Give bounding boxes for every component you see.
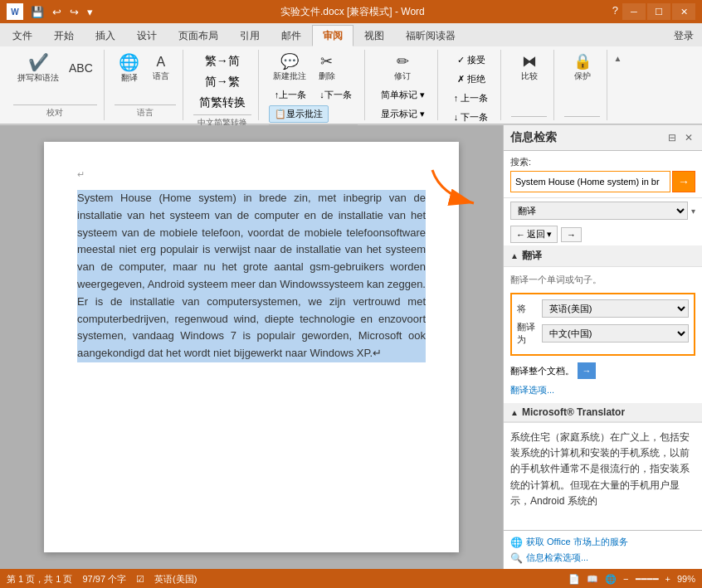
close-btn[interactable]: ✕ bbox=[672, 3, 695, 20]
simp-to-trad-btn[interactable]: 简→繁 bbox=[199, 72, 246, 92]
prev-change-btn[interactable]: ↑ 上一条 bbox=[448, 90, 495, 107]
quick-access-toolbar: 💾 ↩ ↪ ▾ bbox=[28, 5, 95, 19]
info-panel-header: 信息检索 ⊟ ✕ bbox=[504, 125, 702, 151]
prev-change-icon: ↑ 上一条 bbox=[454, 92, 489, 104]
compare-btn[interactable]: ⧓ 比较 bbox=[514, 51, 544, 85]
undo-btn[interactable]: ↩ bbox=[50, 5, 64, 19]
signin-button[interactable]: 登录 bbox=[665, 26, 702, 46]
delete-comment-btn[interactable]: ✂ 删除 bbox=[312, 51, 342, 85]
word-count-icon: ABC bbox=[69, 62, 93, 74]
page-status[interactable]: 第 1 页，共 1 页 bbox=[7, 573, 72, 586]
prev-comment-btn[interactable]: ↑上一条 bbox=[269, 86, 313, 104]
show-markup-btn[interactable]: 显示标记 ▾ bbox=[375, 105, 431, 123]
translate-doc-button[interactable]: → bbox=[578, 362, 596, 379]
status-right: 📄 📖 🌐 − ━━━━ + 99% bbox=[568, 574, 695, 585]
tab-mailings[interactable]: 邮件 bbox=[271, 25, 312, 46]
protect-btn[interactable]: 🔒 保护 bbox=[568, 51, 597, 85]
save-quick-btn[interactable]: 💾 bbox=[28, 5, 46, 19]
view-web-icon[interactable]: 🌐 bbox=[605, 574, 617, 585]
word-count-btn[interactable]: ABC bbox=[65, 60, 97, 78]
tab-foxit[interactable]: 福昕阅读器 bbox=[395, 25, 466, 46]
prev-icon: ↑上一条 bbox=[275, 89, 307, 101]
translate-doc-label: 翻译整个文档。 bbox=[510, 365, 574, 377]
document-area[interactable]: ↵ System House (Home system) in brede zi… bbox=[0, 125, 503, 569]
zoom-plus-btn[interactable]: + bbox=[665, 574, 670, 584]
language-btn[interactable]: A 语言 bbox=[146, 53, 176, 85]
forward-btn[interactable]: → bbox=[561, 227, 582, 242]
document-text[interactable]: System House (Home system) in brede zin,… bbox=[77, 190, 426, 362]
panel-resize-btn[interactable]: ⊟ bbox=[665, 131, 679, 144]
translate-btn[interactable]: 🌐 翻译 bbox=[115, 51, 144, 86]
help-btn[interactable]: ? bbox=[610, 3, 621, 20]
maximize-btn[interactable]: ☐ bbox=[647, 3, 670, 20]
from-language-select[interactable]: 英语(美国) 中文(中国) 日语 bbox=[542, 299, 689, 318]
accept-icon: ✓ 接受 bbox=[457, 54, 485, 66]
redo-btn[interactable]: ↪ bbox=[67, 5, 81, 19]
language-group: 🌐 翻译 A 语言 语言 bbox=[108, 50, 183, 120]
chinese-convert-group: 繁→简 简→繁 简繁转换 中文简繁转换 bbox=[187, 50, 259, 120]
from-lang-label: 将 bbox=[517, 303, 542, 315]
research-options-label: 信息检索选项... bbox=[526, 552, 588, 564]
reject-btn[interactable]: ✗ 拒绝 bbox=[451, 70, 491, 88]
track-changes-btn[interactable]: ✏ 修订 bbox=[388, 51, 417, 85]
search-section: 搜索: → bbox=[504, 151, 702, 198]
view-normal-icon[interactable]: 📄 bbox=[568, 574, 580, 585]
window-title: 实验文件.docx [兼容模式] - Word bbox=[95, 5, 610, 19]
get-office-services-link[interactable]: 🌐 获取 Office 市场上的服务 bbox=[510, 534, 695, 550]
show-comments-btn[interactable]: 📋显示批注 bbox=[269, 105, 329, 123]
minimize-btn[interactable]: ─ bbox=[622, 3, 646, 20]
research-options-link[interactable]: 🔍 信息检索选项... bbox=[510, 550, 695, 566]
ribbon-content: ✔️ 拼写和语法 ABC 校对 🌐 翻译 A 语言 bbox=[0, 46, 702, 124]
tab-home[interactable]: 开始 bbox=[43, 25, 85, 46]
to-language-select[interactable]: 中文(中国) 英语(美国) 日语 bbox=[542, 324, 689, 343]
simp-trad-icon: 简→繁 bbox=[205, 75, 240, 90]
cursor-marker: ↵ bbox=[77, 168, 85, 182]
trad-to-simp-btn[interactable]: 繁→简 bbox=[199, 51, 246, 71]
tab-file[interactable]: 文件 bbox=[2, 25, 43, 46]
translate-section-header[interactable]: ▲ 翻译 bbox=[504, 245, 702, 267]
next-change-btn[interactable]: ↓ 下一条 bbox=[448, 109, 495, 126]
translate-options-link[interactable]: 翻译选项... bbox=[510, 385, 554, 395]
zoom-slider[interactable]: ━━━━ bbox=[636, 574, 659, 585]
simple-markup-btn[interactable]: 简单标记 ▾ bbox=[375, 86, 431, 104]
new-comment-btn[interactable]: 💬 新建批注 bbox=[269, 51, 310, 85]
tab-insert[interactable]: 插入 bbox=[85, 25, 126, 46]
to-lang-label: 翻译为 bbox=[517, 321, 542, 346]
simp-trad-convert-btn[interactable]: 简繁转换 bbox=[193, 93, 251, 113]
tab-view[interactable]: 视图 bbox=[353, 25, 395, 46]
service-dropdown[interactable]: 翻译 同义词库 百度百科 bbox=[510, 202, 688, 220]
info-panel: 信息检索 ⊟ ✕ 搜索: → 翻译 同义词库 百度百科 ▾ bbox=[503, 125, 702, 569]
next-comment-btn[interactable]: ↓下一条 bbox=[314, 86, 358, 104]
tab-design[interactable]: 设计 bbox=[126, 25, 168, 46]
zoom-minus-btn[interactable]: − bbox=[623, 574, 628, 584]
office-services-icon: 🌐 bbox=[510, 537, 523, 548]
back-arrow-icon: ← bbox=[516, 230, 525, 240]
search-input[interactable] bbox=[510, 171, 670, 192]
panel-close-btn[interactable]: ✕ bbox=[682, 131, 695, 144]
panel-body: ▲ 翻译 翻译一个单词或句子。 将 英语(美国) 中文(中国) 日语 bbox=[504, 245, 702, 530]
translate-dropdown-row: 翻译 同义词库 百度百科 ▾ bbox=[504, 198, 702, 223]
language-status[interactable]: 英语(美国) bbox=[154, 573, 197, 586]
back-btn[interactable]: ← 返回 ▾ bbox=[510, 226, 558, 243]
word-app-icon: W bbox=[7, 3, 23, 20]
research-options-icon: 🔍 bbox=[510, 552, 523, 564]
tab-layout[interactable]: 页面布局 bbox=[168, 25, 229, 46]
zoom-level[interactable]: 99% bbox=[677, 574, 695, 584]
protect-group: 🔒 保护 bbox=[558, 50, 607, 120]
changes-group: ✓ 接受 ✗ 拒绝 ↑ 上一条 ↓ 下一条 更改 bbox=[441, 50, 502, 120]
word-count-status[interactable]: 97/97 个字 bbox=[82, 573, 126, 586]
proofing-label: 校对 bbox=[13, 104, 97, 119]
view-reading-icon[interactable]: 📖 bbox=[587, 574, 598, 585]
accept-btn[interactable]: ✓ 接受 bbox=[451, 51, 491, 69]
next-change-icon: ↓ 下一条 bbox=[454, 111, 489, 124]
panel-controls: ⊟ ✕ bbox=[665, 131, 695, 144]
tab-review[interactable]: 审阅 bbox=[312, 25, 353, 46]
tab-references[interactable]: 引用 bbox=[229, 25, 271, 46]
ribbon-tab-bar: 文件 开始 插入 设计 页面布局 引用 邮件 审阅 视图 福昕阅读器 登录 bbox=[0, 23, 702, 46]
dropdown-arrow-icon: ▾ bbox=[691, 207, 695, 216]
ms-translator-section-header[interactable]: ▲ Microsoft® Translator bbox=[504, 403, 702, 422]
customize-btn[interactable]: ▾ bbox=[85, 5, 95, 19]
search-go-button[interactable]: → bbox=[672, 171, 695, 192]
spelling-grammar-btn[interactable]: ✔️ 拼写和语法 bbox=[13, 51, 63, 86]
ribbon-collapse-btn[interactable]: ▲ bbox=[611, 51, 624, 65]
